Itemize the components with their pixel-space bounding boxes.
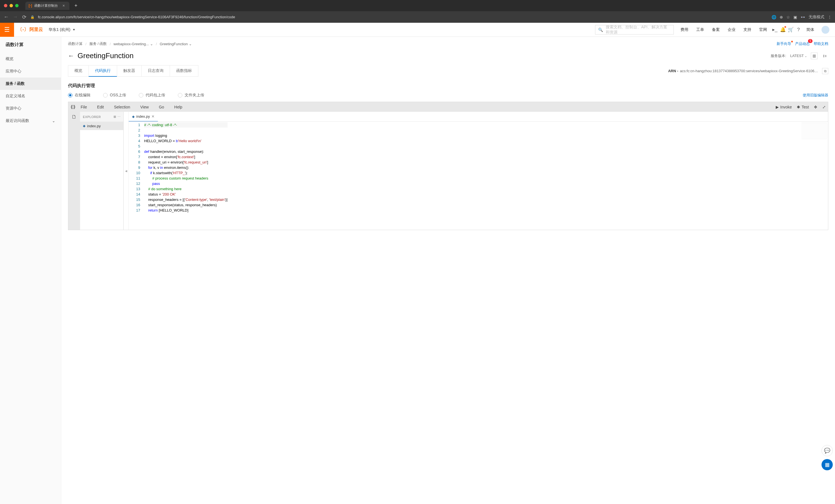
breadcrumb-item[interactable]: GreetingFunction ⌄ <box>160 42 192 46</box>
close-tab-icon[interactable]: ✕ <box>151 114 155 119</box>
docs-link[interactable]: 帮助文档 <box>814 41 828 46</box>
code-line[interactable]: HELLO_WORLD = b'Hello world!\n' <box>144 138 228 144</box>
metrics-icon[interactable]: ⫿⫾ <box>821 53 828 59</box>
search-input[interactable]: 🔍 搜索文档、控制台、API、解决方案和资源 <box>595 25 674 35</box>
ide-menu-item[interactable]: Edit <box>97 105 104 109</box>
sidebar-item[interactable]: 服务 / 函数 <box>0 78 61 90</box>
cart-icon[interactable]: 🛒 <box>787 27 795 33</box>
aliyun-logo[interactable]: 〔-〕阿里云 <box>18 27 43 33</box>
code-line[interactable]: def handler(environ, start_response): <box>144 149 228 154</box>
minimize-window-icon[interactable] <box>9 4 13 7</box>
minimap[interactable] <box>801 122 827 139</box>
test-button[interactable]: ✱ Test <box>797 105 809 109</box>
reload-icon[interactable]: ⟳ <box>21 14 27 20</box>
code-line[interactable]: return [HELLO_WORLD] <box>144 208 228 213</box>
close-tab-icon[interactable]: ✕ <box>62 4 65 7</box>
window-controls[interactable] <box>4 4 19 7</box>
version-selector[interactable]: LATEST ⌄ <box>790 54 807 58</box>
code-line[interactable] <box>144 127 228 133</box>
python-file-icon: ◆ <box>132 115 135 119</box>
breadcrumb-item[interactable]: 函数计算 <box>68 41 83 46</box>
ide-logo-icon[interactable]: ⟪⟫ <box>70 104 76 109</box>
code-line[interactable]: # process custom request headers <box>144 176 228 181</box>
user-avatar[interactable] <box>821 26 829 34</box>
guide-link[interactable]: 新手向导 <box>777 41 791 46</box>
collapse-sidebar-icon[interactable]: ◀ <box>124 112 129 230</box>
more-icon[interactable]: ⋯ <box>118 115 121 118</box>
nav-back-icon[interactable]: ← <box>3 14 9 20</box>
browser-tab[interactable]: [-] 函数计算控制台 ✕ <box>25 2 69 10</box>
sidebar-item[interactable]: 自定义域名 <box>0 90 61 102</box>
header-link[interactable]: 官网 <box>759 27 767 32</box>
bookmark-star-icon[interactable]: ☆ <box>787 15 790 19</box>
maximize-window-icon[interactable] <box>15 4 19 7</box>
files-icon[interactable]: 🗋 <box>72 114 77 120</box>
close-window-icon[interactable] <box>4 4 7 7</box>
upload-method-radio[interactable]: 在线编辑 <box>68 93 90 98</box>
zoom-icon[interactable]: ⊕ <box>780 15 783 19</box>
news-link[interactable]: 产品动态5 <box>795 41 810 46</box>
copy-icon[interactable]: ⧉ <box>822 68 828 74</box>
menu-toggle-button[interactable]: ☰ <box>0 23 14 37</box>
function-tab[interactable]: 代码执行 <box>88 65 117 77</box>
app-center-button[interactable]: ▦ <box>821 459 833 470</box>
code-line[interactable]: for k, v in environ.items(): <box>144 165 228 170</box>
sidebar-item[interactable]: 最近访问函数⌄ <box>0 115 61 127</box>
header-link[interactable]: 备案 <box>712 27 720 32</box>
fullscreen-icon[interactable]: ⤢ <box>822 105 826 109</box>
code-line[interactable]: request_uri = environ['fc.request_uri'] <box>144 160 228 165</box>
region-selector[interactable]: 华东1 (杭州) ▼ <box>48 27 75 32</box>
code-line[interactable]: response_headers = [('Content-type', 'te… <box>144 197 228 202</box>
sidebar-item[interactable]: 概览 <box>0 53 61 65</box>
breadcrumb-item[interactable]: webapixxx-Greeting... ⌄ <box>114 42 153 46</box>
code-text-area[interactable]: 1234567891011121314151617 # -*- coding: … <box>129 122 828 230</box>
code-line[interactable]: status = '200 OK' <box>144 191 228 197</box>
header-link[interactable]: 费用 <box>680 27 688 32</box>
menu-dots-icon[interactable]: ⋮ <box>828 15 832 19</box>
sidebar-item[interactable]: 资源中心 <box>0 102 61 115</box>
log-icon[interactable]: ▥ <box>811 53 818 59</box>
ide-menu-item[interactable]: Go <box>159 105 164 109</box>
code-line[interactable]: start_response(status, response_headers) <box>144 202 228 208</box>
ide-menu-item[interactable]: Help <box>174 105 182 109</box>
move-icon[interactable]: ✥ <box>814 105 817 109</box>
notification-icon[interactable]: 🔔 <box>779 27 787 33</box>
lock-icon[interactable]: 🔒 <box>30 15 35 19</box>
sidebar-item[interactable]: 应用中心 <box>0 65 61 78</box>
code-line[interactable]: context = environ['fc.context'] <box>144 154 228 160</box>
ide-menu-item[interactable]: Selection <box>114 105 130 109</box>
header-link[interactable]: 企业 <box>728 27 736 32</box>
code-line[interactable]: import logging <box>144 133 228 138</box>
code-line[interactable]: # -*- coding: utf-8 -*- <box>144 122 228 127</box>
upload-method-radio[interactable]: OSS上传 <box>103 93 126 98</box>
file-tree-item[interactable]: ◆ index.py <box>80 122 123 130</box>
url-field[interactable]: fc.console.aliyun.com/fc/service/cn-hang… <box>38 15 768 19</box>
ide-menu-item[interactable]: File <box>81 105 87 109</box>
function-tab[interactable]: 函数指标 <box>170 65 198 77</box>
function-tab[interactable]: 触发器 <box>117 65 142 77</box>
translate-icon[interactable]: 🌐 <box>772 15 776 19</box>
code-line[interactable]: if k.startswith('HTTP_'): <box>144 170 228 176</box>
header-link[interactable]: 工单 <box>696 27 704 32</box>
language-selector[interactable]: 简体 <box>806 27 814 32</box>
code-line[interactable]: pass <box>144 181 228 186</box>
feedback-chat-button[interactable]: 💬 <box>821 445 833 456</box>
invoke-button[interactable]: ▶ Invoke <box>776 105 792 109</box>
code-line[interactable] <box>144 144 228 149</box>
upload-method-radio[interactable]: 文件夹上传 <box>178 93 204 98</box>
header-link[interactable]: 支持 <box>744 27 751 32</box>
help-icon[interactable]: ? <box>795 27 802 33</box>
extension-icon[interactable]: ▣ <box>793 15 797 19</box>
terminal-icon[interactable]: ▸_ <box>771 27 779 33</box>
function-tab[interactable]: 概览 <box>68 65 89 77</box>
breadcrumb-item[interactable]: 服务 / 函数 <box>89 41 107 46</box>
legacy-editor-link[interactable]: 使用旧版编辑器 <box>803 93 828 98</box>
function-tab[interactable]: 日志查询 <box>141 65 170 77</box>
new-file-icon[interactable]: ⊞ <box>114 115 116 118</box>
editor-tab[interactable]: ◆ index.py ✕ <box>129 112 158 121</box>
back-arrow-icon[interactable]: ← <box>68 52 74 60</box>
code-line[interactable]: # do something here <box>144 186 228 191</box>
new-tab-button[interactable]: + <box>75 3 78 9</box>
upload-method-radio[interactable]: 代码包上传 <box>139 93 165 98</box>
ide-menu-item[interactable]: View <box>140 105 149 109</box>
